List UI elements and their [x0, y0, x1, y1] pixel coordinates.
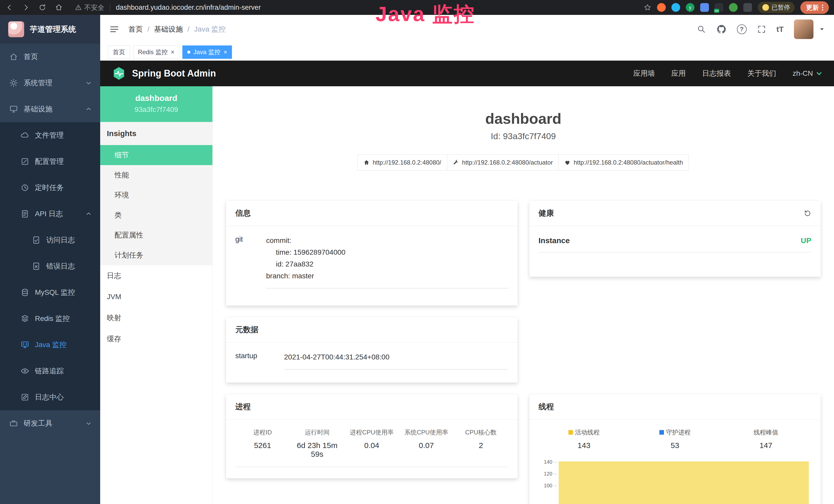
reload-icon[interactable] [38, 3, 47, 12]
extension-y-icon[interactable]: y [686, 3, 695, 12]
url-bar[interactable]: 不安全 dashboard.yudao.iocoder.cn/infra/adm… [75, 3, 261, 12]
tab-home[interactable]: 首页 [108, 45, 130, 59]
breadcrumb-infrastructure[interactable]: 基础设施 [154, 24, 183, 34]
instance-header[interactable]: dashboard 93a3fc7f7409 [100, 86, 213, 122]
metadata-card: 元数据 startup 2021-04-27T00:44:31.254+08:0… [226, 317, 518, 383]
sidebar-item-label: 首页 [24, 52, 38, 62]
sba-item-mappings[interactable]: 映射 [100, 307, 213, 328]
chevron-up-icon [86, 211, 91, 217]
update-label: 更新 [806, 3, 819, 12]
card-title: 信息 [235, 208, 251, 219]
process-card: 进程 进程ID 5261 运行时间 [226, 394, 518, 478]
breadcrumb-current: Java 监控 [194, 24, 226, 34]
legend-label: 线程峰值 [753, 428, 778, 436]
sidebar-item-mysql-monitor[interactable]: MySQL 监控 [0, 279, 100, 305]
sidebar-item-error-logs[interactable]: 错误日志 [0, 253, 100, 279]
sba-nav-journal[interactable]: 日志报表 [702, 69, 731, 78]
forward-icon[interactable] [22, 3, 30, 12]
sidebar-item-label: 链路追踪 [35, 366, 64, 376]
redis-stack-icon [21, 314, 29, 323]
tab-redis-monitor[interactable]: Redis 监控 × [133, 45, 179, 59]
link-label: http://192.168.0.2:48080/actuator [462, 159, 553, 166]
sidebar-item-api-logs[interactable]: API 日志 [0, 201, 100, 227]
sba-item-config-props[interactable]: 配置属性 [100, 225, 213, 245]
sba-brand[interactable]: Spring Boot Admin [132, 68, 216, 79]
paused-badge[interactable]: 已暂停 [758, 2, 795, 13]
sba-nav-applications[interactable]: 应用 [672, 69, 686, 78]
pencil-square-icon [21, 393, 29, 402]
sba-item-classes[interactable]: 类 [100, 205, 213, 225]
github-icon[interactable] [716, 24, 727, 35]
sidebar-item-label: 研发工具 [24, 418, 52, 428]
paused-label: 已暂停 [772, 3, 790, 12]
extension-puzzle-icon[interactable] [743, 3, 752, 12]
service-url-link[interactable]: http://192.168.0.2:48080/ [357, 155, 447, 170]
sidebar-item-dev-tools[interactable]: 研发工具 [0, 410, 100, 436]
briefcase-icon [9, 419, 18, 428]
sba-item-environment[interactable]: 环境 [100, 185, 213, 205]
sidebar-item-redis-monitor[interactable]: Redis 监控 [0, 305, 100, 332]
sidebar-item-scheduled-tasks[interactable]: 定时任务 [0, 175, 100, 201]
close-icon[interactable]: × [171, 49, 174, 55]
app-sidebar: 芋道管理系统 首页 系统管理 基础设施 文件管理 配置管理 [0, 15, 100, 504]
sidebar-item-infrastructure[interactable]: 基础设施 [0, 96, 100, 122]
infrastructure-icon [9, 105, 18, 113]
extension-on-icon[interactable]: on [715, 3, 723, 12]
help-icon[interactable]: ? [737, 24, 747, 34]
avatar-caret-icon[interactable] [819, 26, 825, 32]
sidebar-item-label: API 日志 [35, 209, 63, 219]
sba-item-scheduled-tasks[interactable]: 计划任务 [100, 245, 213, 265]
legend-value: 147 [721, 441, 811, 450]
health-url-link[interactable]: http://192.168.0.2:48080/actuator/health [558, 155, 689, 170]
sidebar-item-file-management[interactable]: 文件管理 [0, 122, 100, 148]
extension-leaf-icon[interactable] [729, 3, 738, 12]
locale-select[interactable]: zh-CN [793, 69, 822, 77]
tab-label: Redis 监控 [138, 48, 168, 56]
sidebar-item-access-logs[interactable]: 访问日志 [0, 227, 100, 253]
sidebar-item-system-management[interactable]: 系统管理 [0, 70, 100, 96]
search-icon[interactable] [697, 25, 706, 34]
sidebar-item-label: 系统管理 [24, 78, 52, 88]
database-icon [21, 288, 29, 297]
url-text[interactable]: dashboard.yudao.iocoder.cn/infra/admin-s… [116, 4, 261, 12]
metric-label: 运行时间 [290, 428, 345, 436]
eye-icon [21, 367, 29, 375]
sba-nav-wallboard[interactable]: 应用墙 [633, 69, 655, 78]
sidebar-item-home[interactable]: 首页 [0, 44, 100, 70]
back-icon[interactable] [5, 3, 14, 12]
sba-item-caches[interactable]: 缓存 [100, 328, 213, 349]
sba-item-logs[interactable]: 日志 [100, 265, 213, 286]
app-logo[interactable]: 芋道管理系统 [0, 15, 100, 44]
sidebar-item-config-management[interactable]: 配置管理 [0, 148, 100, 175]
user-avatar[interactable] [794, 20, 813, 39]
extension-fox-icon[interactable] [657, 3, 666, 12]
daemon-threads-swatch [659, 430, 664, 435]
breadcrumb-home[interactable]: 首页 [128, 24, 143, 34]
sba-item-jvm[interactable]: JVM [100, 286, 213, 307]
card-title: 线程 [539, 402, 554, 412]
hamburger-icon[interactable] [109, 24, 119, 34]
sidebar-item-log-center[interactable]: 日志中心 [0, 384, 100, 410]
sba-nav-about[interactable]: 关于我们 [747, 69, 776, 78]
extension-drop-icon[interactable] [672, 3, 680, 12]
sidebar-item-label: 配置管理 [35, 157, 64, 166]
sba-item-details[interactable]: 细节 [100, 145, 213, 165]
tab-java-monitor[interactable]: Java 监控 × [182, 45, 232, 59]
actuator-url-link[interactable]: http://192.168.0.2:48080/actuator [447, 155, 559, 170]
health-instance-label[interactable]: Instance [539, 236, 570, 245]
font-size-icon[interactable]: tT [776, 25, 784, 33]
extension-grid-icon[interactable] [700, 3, 709, 12]
breadcrumb-separator: / [188, 25, 190, 33]
update-button[interactable]: 更新 [800, 1, 829, 14]
close-icon[interactable]: × [223, 49, 227, 55]
tab-label: Java 监控 [193, 48, 220, 56]
chevron-up-icon [86, 106, 91, 112]
sidebar-item-link-tracing[interactable]: 链路追踪 [0, 358, 100, 384]
bookmark-star-icon[interactable] [644, 4, 651, 11]
home-nav-icon[interactable] [54, 3, 63, 12]
fullscreen-icon[interactable] [757, 25, 766, 34]
history-icon[interactable] [804, 209, 811, 217]
metadata-value: 2021-04-27T00:44:31.254+08:00 [284, 351, 508, 369]
sidebar-item-java-monitor[interactable]: Java 监控 [0, 332, 100, 358]
sba-item-metrics[interactable]: 性能 [100, 165, 213, 185]
